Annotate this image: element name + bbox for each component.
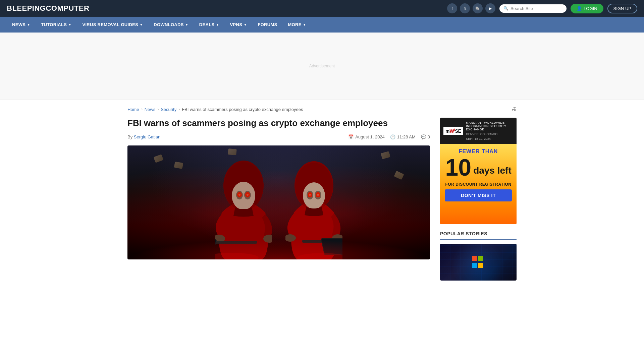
top-ad-banner: Advertisement — [0, 33, 644, 100]
ms-square-green — [478, 256, 483, 261]
ad-cta-button[interactable]: DON'T MISS IT — [445, 189, 512, 201]
nav-item-virus[interactable]: VIRUS REMOVAL GUIDES ▼ — [77, 17, 148, 33]
main-nav: NEWS ▼ TUTORIALS ▼ VIRUS REMOVAL GUIDES … — [0, 17, 644, 33]
article-comments[interactable]: 💬 0 — [421, 134, 430, 139]
article-meta: By Sergiu Gatlan 📅 August 1, 2024 🕐 11:2… — [127, 134, 430, 139]
breadcrumb-links: Home › News › Security › FBI warns of sc… — [127, 107, 303, 112]
breadcrumb: Home › News › Security › FBI warns of sc… — [127, 106, 517, 112]
social-icons: f 𝕏 🐘 ▶ — [447, 3, 495, 13]
print-icon[interactable]: 🖨 — [511, 106, 517, 112]
float-card-2 — [174, 162, 183, 169]
twitter-icon[interactable]: 𝕏 — [460, 3, 470, 13]
ms-square-red — [472, 256, 477, 261]
header-right: f 𝕏 🐘 ▶ 🔍 👤 LOGIN SIGN UP — [447, 3, 637, 13]
ad-header: mWiSE MANDIANT WORLDWIDE INFORMATION SEC… — [440, 118, 517, 144]
float-card-1 — [154, 154, 164, 163]
article-title: FBI warns of scammers posing as crypto e… — [127, 118, 430, 129]
sidebar-column: mWiSE MANDIANT WORLDWIDE INFORMATION SEC… — [440, 118, 517, 281]
breadcrumb-news[interactable]: News — [145, 107, 156, 112]
popular-stories-title: POPULAR STORIES — [440, 231, 517, 240]
mastodon-icon[interactable]: 🐘 — [473, 3, 483, 13]
main-content: Home › News › Security › FBI warns of sc… — [121, 100, 523, 287]
facebook-icon[interactable]: f — [447, 3, 457, 13]
youtube-icon[interactable]: ▶ — [485, 3, 495, 13]
breadcrumb-sep-2: › — [157, 107, 159, 112]
article-author-line: By Sergiu Gatlan — [127, 134, 160, 139]
nav-item-tutorials[interactable]: TUTORIALS ▼ — [36, 17, 77, 33]
article-hero-image — [127, 145, 430, 259]
logo-part2: COMPUTER — [46, 4, 89, 12]
nav-item-downloads[interactable]: DOWNLOADS ▼ — [148, 17, 194, 33]
svg-point-14 — [224, 162, 263, 210]
hacker-scene — [127, 145, 430, 259]
chevron-down-icon: ▼ — [216, 23, 219, 26]
sidebar-ad: mWiSE MANDIANT WORLDWIDE INFORMATION SEC… — [440, 118, 517, 224]
nav-item-forums[interactable]: FORUMS — [252, 17, 282, 33]
chevron-down-icon: ▼ — [244, 23, 247, 26]
breadcrumb-security[interactable]: Security — [161, 107, 176, 112]
ad-brand-full: MANDIANT WORLDWIDE INFORMATION SECURITY … — [466, 121, 513, 131]
ms-square-blue — [472, 263, 477, 268]
floor-glow — [127, 239, 430, 259]
nav-item-news[interactable]: NEWS ▼ — [7, 17, 36, 33]
ad-days-text: days left — [473, 166, 512, 179]
breadcrumb-home[interactable]: Home — [127, 107, 139, 112]
chevron-down-icon: ▼ — [27, 23, 30, 26]
ms-square-yellow — [478, 263, 483, 268]
ad-dates: SEPT 18-19, 2024 — [466, 137, 513, 140]
ad-brand: mWiSE MANDIANT WORLDWIDE INFORMATION SEC… — [443, 121, 513, 140]
content-wrapper: FBI warns of scammers posing as crypto e… — [127, 118, 517, 281]
article-column: FBI warns of scammers posing as crypto e… — [127, 118, 430, 281]
microsoft-logo — [472, 256, 484, 268]
breadcrumb-sep-3: › — [178, 107, 180, 112]
breadcrumb-current: FBI warns of scammers posing as crypto e… — [182, 107, 303, 112]
logo-part1: BLEEPING — [7, 4, 46, 12]
author-link[interactable]: Sergiu Gatlan — [134, 134, 161, 139]
site-header: BLEEPINGCOMPUTER f 𝕏 🐘 ▶ 🔍 👤 LOGIN SIGN … — [0, 0, 644, 17]
float-card-3 — [381, 151, 390, 159]
nav-item-more[interactable]: MORE ▼ — [283, 17, 312, 33]
signup-button[interactable]: SIGN UP — [607, 4, 637, 13]
chevron-down-icon: ▼ — [140, 23, 143, 26]
site-logo[interactable]: BLEEPINGCOMPUTER — [7, 4, 89, 13]
nav-item-vpns[interactable]: VPNS ▼ — [225, 17, 253, 33]
comment-icon: 💬 — [421, 134, 426, 139]
calendar-icon: 📅 — [348, 134, 354, 139]
ad-number: 10 — [445, 156, 471, 179]
article-time: 🕐 11:28 AM — [390, 134, 416, 139]
ad-number-line: 10 days left — [445, 156, 512, 179]
ad-logo: mWiSE — [443, 127, 463, 135]
float-card-4 — [394, 171, 404, 180]
ad-fewer: FEWER THAN — [445, 148, 512, 155]
search-input[interactable] — [511, 6, 562, 11]
svg-point-29 — [295, 163, 333, 210]
popular-stories: POPULAR STORIES — [440, 231, 517, 281]
ad-location: DENVER, COLORADO — [466, 132, 513, 136]
float-card-5 — [228, 148, 236, 155]
clock-icon: 🕐 — [390, 134, 395, 139]
ad-brand-info: MANDIANT WORLDWIDE INFORMATION SECURITY … — [466, 121, 513, 140]
article-date: 📅 August 1, 2024 — [348, 134, 384, 139]
breadcrumb-sep-1: › — [141, 107, 143, 112]
login-button[interactable]: 👤 LOGIN — [571, 4, 603, 13]
chevron-down-icon: ▼ — [185, 23, 189, 26]
chevron-down-icon: ▼ — [303, 23, 306, 26]
ad-body: FEWER THAN 10 days left FOR DISCOUNT REG… — [440, 144, 517, 224]
user-icon: 👤 — [577, 6, 582, 11]
chevron-down-icon: ▼ — [68, 23, 71, 26]
search-bar: 🔍 — [499, 4, 567, 13]
ad-discount: FOR DISCOUNT REGISTRATION — [445, 182, 512, 187]
nav-item-deals[interactable]: DEALS ▼ — [194, 17, 225, 33]
popular-story-image[interactable] — [440, 244, 517, 281]
article-meta-right: 📅 August 1, 2024 🕐 11:28 AM 💬 0 — [348, 134, 430, 139]
search-icon: 🔍 — [503, 6, 508, 11]
